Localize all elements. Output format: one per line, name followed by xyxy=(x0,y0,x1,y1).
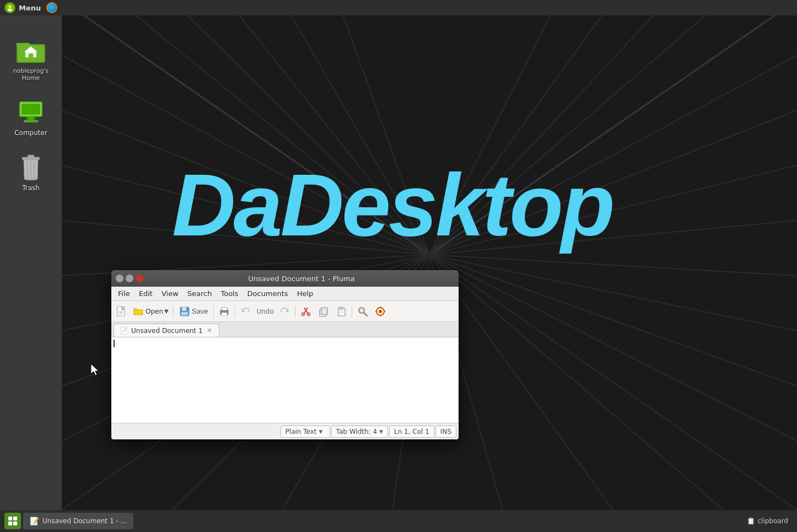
menu-documents[interactable]: Documents xyxy=(243,288,293,299)
tab-close-button[interactable]: ✕ xyxy=(206,326,213,335)
svg-point-50 xyxy=(227,311,228,312)
toolbar-find-button[interactable] xyxy=(354,303,371,320)
toolbar-print-button[interactable] xyxy=(216,303,233,320)
toolbar-copy-button[interactable] xyxy=(315,303,332,320)
svg-rect-87 xyxy=(28,155,34,158)
mode-label: INS xyxy=(440,428,451,436)
svg-line-55 xyxy=(303,313,304,314)
toolbar-cut-button[interactable] xyxy=(298,303,314,320)
computer-icon-image xyxy=(17,98,45,127)
computer-icon[interactable]: Computer xyxy=(6,98,56,137)
svg-point-1 xyxy=(9,6,11,8)
document-tab[interactable]: 📄 Unsaved Document 1 ✕ xyxy=(114,324,219,337)
tab-width-label: Tab Width: 4 xyxy=(336,428,377,436)
toolbar-sep-5 xyxy=(352,305,352,318)
desktop: DaDesktop Unsaved Document 1 - Pluma Fil… xyxy=(62,0,797,510)
toolbar-tools-button[interactable] xyxy=(372,303,389,320)
toolbar-sep-3 xyxy=(235,305,235,318)
firefox-icon[interactable] xyxy=(46,2,57,13)
home-icon-label: nobleprog's Home xyxy=(6,67,56,82)
insert-mode: INS xyxy=(435,426,456,438)
trash-icon-image xyxy=(17,153,45,182)
svg-rect-78 xyxy=(29,53,33,58)
pluma-statusbar: Plain Text ▼ Tab Width: 4 ▼ Ln 1, Col 1 … xyxy=(111,423,459,439)
menu-search[interactable]: Search xyxy=(183,288,217,299)
svg-rect-49 xyxy=(222,313,227,316)
menu-tools[interactable]: Tools xyxy=(216,288,243,299)
position-label: Ln 1, Col 1 xyxy=(394,428,429,436)
svg-rect-93 xyxy=(8,517,12,520)
toolbar-undo-button[interactable] xyxy=(238,303,254,320)
svg-line-56 xyxy=(308,313,309,314)
menu-view[interactable]: View xyxy=(157,288,183,299)
svg-rect-84 xyxy=(24,120,38,122)
tab-label: Unsaved Document 1 xyxy=(131,327,203,335)
sidebar: nobleprog's Home Computer xyxy=(0,15,62,510)
taskbar: 📝 Unsaved Document 1 - ... 📋 clipboard xyxy=(0,510,797,532)
pluma-editor[interactable] xyxy=(111,337,459,423)
toolbar-save-button[interactable]: Save xyxy=(176,303,212,320)
language-selector[interactable]: Plain Text ▼ xyxy=(281,426,330,438)
toolbar-redo-button[interactable] xyxy=(276,303,293,320)
taskbar-pluma-button[interactable]: 📝 Unsaved Document 1 - ... xyxy=(23,513,133,529)
svg-line-64 xyxy=(364,313,367,316)
tab-document-icon: 📄 xyxy=(120,327,128,335)
trash-icon[interactable]: Trash xyxy=(6,153,56,192)
clipboard-icon: 📋 xyxy=(747,517,755,525)
toolbar-open-button[interactable]: Open ▼ xyxy=(131,303,171,320)
pluma-menubar: File Edit View Search Tools Documents He… xyxy=(111,287,459,301)
topbar-logo-icon xyxy=(4,2,15,13)
svg-point-2 xyxy=(8,9,12,12)
clipboard-label: clipboard xyxy=(757,517,788,525)
text-cursor xyxy=(114,340,115,347)
menu-label[interactable]: Menu xyxy=(19,4,41,12)
close-button[interactable] xyxy=(136,275,143,282)
minimize-button[interactable] xyxy=(116,275,123,282)
taskbar-right: 📋 clipboard xyxy=(742,517,793,525)
pluma-window: Unsaved Document 1 - Pluma File Edit Vie… xyxy=(111,270,459,439)
language-dropdown-arrow: ▼ xyxy=(319,429,323,434)
clipboard-item[interactable]: 📋 clipboard xyxy=(742,517,793,525)
svg-rect-81 xyxy=(21,104,40,115)
toolbar-new-button[interactable] xyxy=(114,303,130,320)
cursor-position: Ln 1, Col 1 xyxy=(389,426,434,438)
svg-rect-58 xyxy=(321,308,327,315)
menu-help[interactable]: Help xyxy=(293,288,318,299)
svg-rect-95 xyxy=(8,522,12,525)
menu-edit[interactable]: Edit xyxy=(134,288,157,299)
svg-point-67 xyxy=(379,310,382,313)
trash-icon-label: Trash xyxy=(22,184,40,192)
pluma-toolbar: Open ▼ Save xyxy=(111,301,459,322)
taskbar-pluma-icon: 📝 xyxy=(30,517,39,525)
svg-rect-85 xyxy=(28,117,34,120)
svg-rect-94 xyxy=(13,517,17,520)
svg-point-65 xyxy=(360,309,363,312)
home-folder-image xyxy=(17,36,45,65)
svg-rect-46 xyxy=(181,312,188,315)
window-buttons xyxy=(116,275,143,282)
computer-icon-label: Computer xyxy=(14,129,47,137)
pluma-tabs: 📄 Unsaved Document 1 ✕ xyxy=(111,322,459,337)
home-folder-icon[interactable]: nobleprog's Home xyxy=(6,36,56,82)
svg-point-91 xyxy=(24,178,37,180)
svg-rect-48 xyxy=(222,308,227,310)
taskbar-window-label: Unsaved Document 1 - ... xyxy=(42,517,127,525)
menu-file[interactable]: File xyxy=(114,288,134,299)
toolbar-sep-2 xyxy=(213,305,214,318)
taskbar-start-button[interactable] xyxy=(4,513,21,529)
topbar: Menu xyxy=(0,0,797,15)
tab-width-dropdown-arrow: ▼ xyxy=(379,429,383,434)
window-title: Unsaved Document 1 - Pluma xyxy=(149,275,454,283)
pluma-titlebar: Unsaved Document 1 - Pluma xyxy=(111,270,459,287)
maximize-button[interactable] xyxy=(126,275,133,282)
toolbar-paste-button[interactable] xyxy=(333,303,349,320)
toolbar-sep-4 xyxy=(295,305,295,318)
toolbar-sep-1 xyxy=(173,305,174,318)
tab-width-selector[interactable]: Tab Width: 4 ▼ xyxy=(331,426,388,438)
svg-rect-96 xyxy=(13,522,17,525)
svg-rect-45 xyxy=(182,307,186,311)
language-label: Plain Text xyxy=(286,428,317,436)
svg-rect-60 xyxy=(340,307,343,309)
